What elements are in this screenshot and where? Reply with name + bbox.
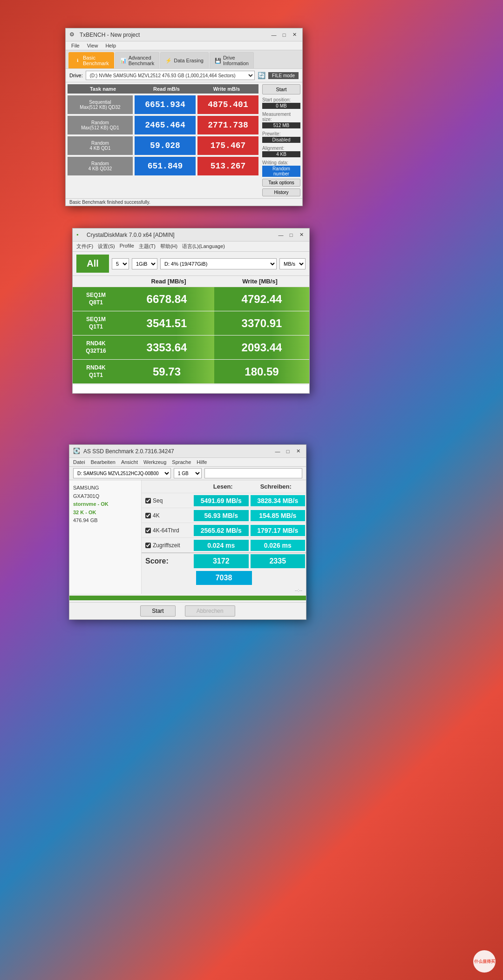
asssd-checkbox-zugriffszeit[interactable] bbox=[145, 543, 151, 548]
txbench-drive-bar: Drive: (D:) NVMe SAMSUNG MZVL2512 476.93… bbox=[66, 69, 302, 82]
asssd-time-display: --:-- bbox=[295, 588, 302, 593]
row-read-seq: 6651.934 bbox=[135, 95, 196, 114]
asssd-title: AS SSD Benchmark 2.0.7316.34247 bbox=[83, 448, 273, 455]
menu-help[interactable]: Help bbox=[103, 42, 118, 49]
table-row: SequentialMax(512 KB) QD32 6651.934 4875… bbox=[68, 95, 258, 114]
table-row: Seq 5491.69 MB/s 3828.34 MB/s bbox=[142, 493, 306, 508]
cdm-count-select[interactable]: 5 bbox=[112, 258, 129, 269]
writing-data-label: Writing data: bbox=[262, 160, 300, 165]
asssd-progress-bar bbox=[69, 596, 306, 600]
txbench-start-button[interactable]: Start bbox=[262, 84, 300, 94]
asssd-menu-datei[interactable]: Datei bbox=[73, 459, 85, 465]
asssd-drive-bar: D: SAMSUNG MZVL2512HCJQ-00B00 1 GB bbox=[69, 467, 306, 480]
asssd-cancel-button[interactable]: Abbrechen bbox=[185, 605, 235, 617]
asssd-col-empty bbox=[145, 483, 197, 490]
drive-info-icon: 💾 bbox=[215, 58, 221, 64]
asssd-minimize-btn[interactable]: — bbox=[273, 447, 282, 456]
row-read-rand4k-qd32: 651.849 bbox=[135, 157, 196, 175]
asssd-menu-werkzeug[interactable]: Werkzeug bbox=[143, 459, 166, 465]
cdm-all-button[interactable]: All bbox=[76, 255, 109, 273]
menu-file[interactable]: File bbox=[69, 42, 82, 49]
txbench-window: ⚙ TxBENCH - New project — □ ✕ File View … bbox=[65, 28, 303, 206]
asssd-menu-bearbeiten[interactable]: Bearbeiten bbox=[91, 459, 116, 465]
asssd-checkbox-seq[interactable] bbox=[145, 498, 151, 503]
tab-basic-benchmark[interactable]: ℹ BasicBenchmark bbox=[68, 52, 114, 68]
txbench-minimize-btn[interactable]: — bbox=[270, 31, 278, 39]
asssd-start-button[interactable]: Start bbox=[140, 605, 175, 617]
asssd-col-schreiben: Schreiben: bbox=[250, 483, 303, 490]
asssd-size-select[interactable]: 1 GB bbox=[174, 468, 202, 478]
asssd-search-input[interactable] bbox=[204, 468, 302, 478]
table-row: Random4 KB QD1 59.028 175.467 bbox=[68, 136, 258, 155]
cdm-menu-language[interactable]: 语言(L)(Language) bbox=[182, 243, 225, 250]
table-row: SEQ1MQ8T1 6678.84 4792.44 bbox=[73, 287, 309, 311]
row-label-rand4k-qd1: Random4 KB QD1 bbox=[68, 136, 133, 155]
asssd-write-zugriffszeit: 0.026 ms bbox=[251, 540, 306, 551]
asssd-menu-sprache[interactable]: Sprache bbox=[172, 459, 191, 465]
menu-view[interactable]: View bbox=[85, 42, 100, 49]
cdm-menu-profile[interactable]: Profile bbox=[120, 243, 134, 250]
drive-refresh-icon[interactable]: 🔄 bbox=[258, 72, 265, 79]
asssd-write-4k64: 1797.17 MB/s bbox=[251, 525, 306, 536]
basic-benchmark-icon: ℹ bbox=[74, 57, 81, 64]
task-options-button[interactable]: Task options bbox=[262, 179, 300, 187]
asssd-row-label-4k: 4K bbox=[142, 510, 193, 521]
cdm-read-rnd4k-q1t1: 59.73 bbox=[119, 360, 214, 383]
col-write: Write mB/s bbox=[197, 86, 256, 92]
asssd-read-seq: 5491.69 MB/s bbox=[194, 495, 249, 506]
cdm-size-select[interactable]: 1GiB bbox=[132, 258, 157, 269]
asssd-score-read: 3172 bbox=[194, 554, 249, 568]
asssd-maximize-btn[interactable]: □ bbox=[284, 447, 292, 456]
row-label-seq: SequentialMax(512 KB) QD32 bbox=[68, 95, 133, 114]
asssd-row-label-seq: Seq bbox=[142, 496, 193, 506]
row-label-rand4k-qd32: Random4 KB QD32 bbox=[68, 157, 133, 175]
txbench-maximize-btn[interactable]: □ bbox=[280, 31, 288, 39]
cdm-minimize-btn[interactable]: — bbox=[277, 231, 285, 239]
asssd-body: SAMSUNG GXA7301Q stornvme - OK 32 K - OK… bbox=[69, 480, 306, 594]
cdm-table-header: Read [MB/s] Write [MB/s] bbox=[73, 276, 309, 287]
tab-data-erasing[interactable]: ⚡ Data Erasing bbox=[160, 52, 209, 68]
cdm-row-label-seq1m-q8t1: SEQ1MQ8T1 bbox=[73, 287, 119, 311]
row-write-rand4k-qd32: 513.267 bbox=[197, 157, 258, 175]
cdm-menu-theme[interactable]: 主题(T) bbox=[139, 243, 156, 250]
cdm-drive-select[interactable]: D: 4% (19/477GiB) bbox=[160, 258, 277, 269]
table-row: Random4 KB QD32 651.849 513.267 bbox=[68, 157, 258, 175]
cdm-menu-help[interactable]: 帮助(H) bbox=[160, 243, 177, 250]
asssd-row-label-zugriffszeit: Zugriffszeit bbox=[142, 540, 193, 550]
cdm-maximize-btn[interactable]: □ bbox=[287, 231, 295, 239]
tab-drive-information[interactable]: 💾 DriveInformation bbox=[210, 52, 254, 68]
asssd-drive-select[interactable]: D: SAMSUNG MZVL2512HCJQ-00B00 bbox=[73, 468, 171, 478]
tab-advanced-benchmark[interactable]: 📊 AdvancedBenchmark bbox=[115, 52, 160, 68]
txbench-sidebar: Start Start position: 0 MB Measurement s… bbox=[260, 82, 302, 198]
cdm-write-rnd4k-q32t16: 2093.44 bbox=[214, 336, 309, 359]
file-mode-button[interactable]: FILE mode bbox=[268, 72, 299, 79]
txbench-close-btn[interactable]: ✕ bbox=[290, 31, 299, 39]
cdm-close-btn[interactable]: ✕ bbox=[297, 231, 306, 239]
asssd-read-zugriffszeit: 0.024 ms bbox=[194, 540, 249, 551]
cdm-row-label-rnd4k-q32t16: RND4KQ32T16 bbox=[73, 336, 119, 359]
cdm-menu-settings[interactable]: 设置(S) bbox=[98, 243, 115, 250]
asssd-menu-ansicht[interactable]: Ansicht bbox=[121, 459, 138, 465]
cdm-write-rnd4k-q1t1: 180.59 bbox=[214, 360, 309, 383]
asssd-total-row: 7038 bbox=[142, 569, 306, 587]
start-position-label: Start position: bbox=[262, 97, 300, 102]
crystaldiskmark-window: ▪ CrystalDiskMark 7.0.0 x64 [ADMIN] — □ … bbox=[72, 228, 310, 394]
drive-select[interactable]: (D:) NVMe SAMSUNG MZVL2512 476.93 GB (1,… bbox=[86, 71, 255, 80]
cdm-write-seq1m-q1t1: 3370.91 bbox=[214, 311, 309, 335]
alignment-value: 4 KB bbox=[262, 151, 300, 157]
cdm-unit-select[interactable]: MB/s bbox=[279, 258, 306, 269]
asssd-menu-hilfe[interactable]: Hilfe bbox=[197, 459, 207, 465]
prewrite-value: Disabled bbox=[262, 137, 300, 143]
asssd-write-4k: 154.85 MB/s bbox=[251, 510, 306, 521]
watermark: 什么值得买 bbox=[473, 950, 496, 973]
measurement-label: Measurement size: bbox=[262, 112, 300, 122]
cdm-menu-file[interactable]: 文件(F) bbox=[76, 243, 93, 250]
history-button[interactable]: History bbox=[262, 188, 300, 196]
advanced-benchmark-label: AdvancedBenchmark bbox=[129, 55, 155, 66]
drive-info-label: DriveInformation bbox=[223, 55, 249, 66]
asssd-app-icon: 💽 bbox=[73, 448, 81, 455]
txbench-body: Task name Read mB/s Write mB/s Sequentia… bbox=[66, 82, 302, 198]
asssd-close-btn[interactable]: ✕ bbox=[294, 447, 302, 456]
asssd-checkbox-4k[interactable] bbox=[145, 513, 151, 518]
asssd-checkbox-4k64[interactable] bbox=[145, 528, 151, 533]
